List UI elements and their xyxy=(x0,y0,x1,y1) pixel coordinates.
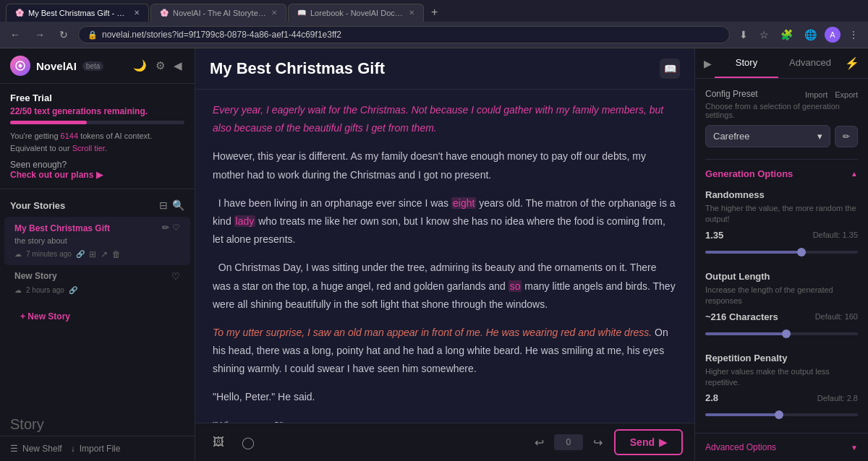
tab-1-close[interactable]: ✕ xyxy=(134,9,140,17)
extension-icon[interactable]: 🧩 xyxy=(777,27,796,43)
browser-tab-3[interactable]: 📖 Lorebook - NovelAI Documenti... ✕ xyxy=(288,4,424,22)
story-item-0[interactable]: My Best Christmas Gift the story about ✏… xyxy=(4,217,190,265)
trial-section: Free Trial 22/50 text generations remain… xyxy=(0,84,195,189)
repetition-penalty-fill xyxy=(705,413,782,416)
config-select[interactable]: Carefree ▾ xyxy=(705,125,830,147)
output-length-value: ~216 Characters xyxy=(705,311,778,322)
address-bar[interactable]: 🔒 xyxy=(78,26,730,43)
story-label: Story xyxy=(10,416,184,433)
story-label-container: Story xyxy=(0,410,195,436)
tab-story[interactable]: Story xyxy=(715,48,778,78)
randomness-desc: The higher the value, the more random th… xyxy=(705,203,858,225)
story-item-1-meta: ☁ 2 hours ago 🔗 xyxy=(14,286,180,294)
export-button[interactable]: Export xyxy=(835,90,858,99)
repetition-penalty-slider[interactable] xyxy=(705,408,858,422)
tab-2-close[interactable]: ✕ xyxy=(271,9,277,17)
browser-actions: ⬇ ☆ 🧩 🌐 A ⋮ xyxy=(736,27,862,43)
undo-button[interactable]: ↩ xyxy=(529,431,550,454)
edit-story-0-button[interactable]: ✏ xyxy=(162,223,169,233)
randomness-label: Randomness xyxy=(705,189,858,200)
paragraph-0-text: Every year, I eagerly wait for the Chris… xyxy=(213,104,663,134)
story-0-cloud-icon: ☁ xyxy=(14,250,22,258)
highlight-lady: lady xyxy=(234,215,256,227)
redo-button[interactable]: ↪ xyxy=(587,431,608,454)
advanced-options-label: Advanced Options xyxy=(705,442,846,452)
filter-stories-button[interactable]: ⊟ xyxy=(159,199,168,211)
back-button[interactable]: ← xyxy=(6,27,25,43)
new-story-button[interactable]: + New Story xyxy=(20,311,70,322)
moon-icon-button[interactable]: 🌙 xyxy=(131,57,149,74)
config-edit-button[interactable]: ✏ xyxy=(835,126,858,147)
right-panel: ▶ Story Advanced ⚡ Config Preset Import … xyxy=(694,48,868,461)
output-length-track xyxy=(705,332,858,335)
star-icon[interactable]: ☆ xyxy=(756,27,773,43)
panel-settings-icon[interactable]: ⚡ xyxy=(842,49,862,77)
your-stories-label: Your Stories xyxy=(10,200,155,211)
repetition-penalty-thumb[interactable] xyxy=(775,410,783,419)
new-shelf-button[interactable]: ☰ New Shelf xyxy=(10,444,62,454)
send-button[interactable]: Send ▶ xyxy=(614,429,683,455)
right-panel-tabs: ▶ Story Advanced ⚡ xyxy=(695,48,868,79)
forward-button[interactable]: → xyxy=(30,27,49,43)
profile-icon[interactable]: A xyxy=(825,27,841,43)
randomness-value: 1.35 xyxy=(705,230,723,241)
copy-story-0-button[interactable]: ⊞ xyxy=(89,249,96,259)
config-dropdown-icon: ▾ xyxy=(817,131,822,142)
story-item-0-actions: ✏ ♡ xyxy=(162,223,180,233)
story-item-0-subtitle: the story about xyxy=(14,236,158,245)
panel-left-arrow[interactable]: ▶ xyxy=(701,51,715,77)
import-button[interactable]: Import xyxy=(805,90,827,99)
import-file-label: Import File xyxy=(80,444,121,454)
circle-button[interactable]: ◯ xyxy=(236,431,260,454)
import-file-button[interactable]: ↓ Import File xyxy=(71,444,121,454)
search-stories-button[interactable]: 🔍 xyxy=(172,199,184,211)
generation-options-label: Generation Options xyxy=(705,168,846,179)
story-editor[interactable]: Every year, I eagerly wait for the Chris… xyxy=(195,90,694,423)
tab-3-close[interactable]: ✕ xyxy=(409,9,414,17)
lorebook-icon[interactable]: 📖 xyxy=(660,59,680,79)
story-editor-footer: 🖼 ◯ ↩ 0 ↪ Send ▶ xyxy=(195,423,694,461)
story-title-bar: My Best Christmas Gift 📖 xyxy=(195,48,694,90)
heart-story-0-button[interactable]: ♡ xyxy=(172,223,180,233)
tokens-count-link[interactable]: 6144 xyxy=(61,132,78,140)
heart-story-1-button[interactable]: ♡ xyxy=(171,271,180,282)
browser-chrome: 🌸 My Best Christmas Gift - Novel... ✕ 🌸 … xyxy=(0,0,868,48)
tab-advanced[interactable]: Advanced xyxy=(778,48,842,78)
advanced-options-footer[interactable]: Advanced Options ▼ xyxy=(695,433,868,461)
story-1-cloud-icon: ☁ xyxy=(14,286,22,294)
globe-icon[interactable]: 🌐 xyxy=(801,27,820,43)
menu-icon[interactable]: ⋮ xyxy=(845,27,862,43)
trial-bar xyxy=(10,121,184,124)
output-length-thumb[interactable] xyxy=(782,329,791,338)
story-item-1[interactable]: New Story ♡ ☁ 2 hours ago 🔗 xyxy=(4,265,190,300)
collapse-sidebar-button[interactable]: ◀ xyxy=(171,57,184,74)
browser-tab-1[interactable]: 🌸 My Best Christmas Gift - Novel... ✕ xyxy=(6,4,149,22)
gear-icon-button[interactable]: ⚙ xyxy=(153,57,167,74)
config-desc: Choose from a selection of generation se… xyxy=(705,102,858,119)
randomness-thumb[interactable] xyxy=(797,248,806,257)
trial-title: Free Trial xyxy=(10,92,184,103)
browser-tab-2[interactable]: 🌸 NovelAI - The AI Storyteller ✕ xyxy=(150,4,286,22)
output-length-slider[interactable] xyxy=(705,327,858,341)
scroll-tier-link[interactable]: Scroll tier xyxy=(72,144,105,152)
download-icon[interactable]: ⬇ xyxy=(736,27,752,43)
right-panel-content: Config Preset Import Export Choose from … xyxy=(695,79,868,433)
check-plans-link[interactable]: Check out our plans ▶ xyxy=(10,170,103,180)
logo-icon xyxy=(10,56,30,76)
repetition-penalty-default: Default: 2.8 xyxy=(817,394,858,402)
randomness-slider[interactable] xyxy=(705,245,858,259)
repetition-penalty-desc: Higher values make the output less repet… xyxy=(705,366,858,389)
address-input[interactable] xyxy=(102,30,720,40)
export-story-0-button[interactable]: ↗ xyxy=(101,249,108,259)
new-tab-button[interactable]: + xyxy=(425,3,443,22)
refresh-button[interactable]: ↻ xyxy=(55,27,72,43)
story-1-link-icon: 🔗 xyxy=(69,286,77,294)
delete-story-0-button[interactable]: 🗑 xyxy=(112,249,121,259)
repetition-penalty-section: Repetition Penalty Higher values make th… xyxy=(705,353,858,423)
tab-1-icon: 🌸 xyxy=(15,9,24,17)
image-button[interactable]: 🖼 xyxy=(207,431,230,453)
config-preset-section: Config Preset Import Export Choose from … xyxy=(705,89,858,147)
randomness-track xyxy=(705,251,858,254)
paragraph-4: To my utter surprise, I saw an old man a… xyxy=(213,324,676,379)
paragraph-0: Every year, I eagerly wait for the Chris… xyxy=(213,101,676,137)
